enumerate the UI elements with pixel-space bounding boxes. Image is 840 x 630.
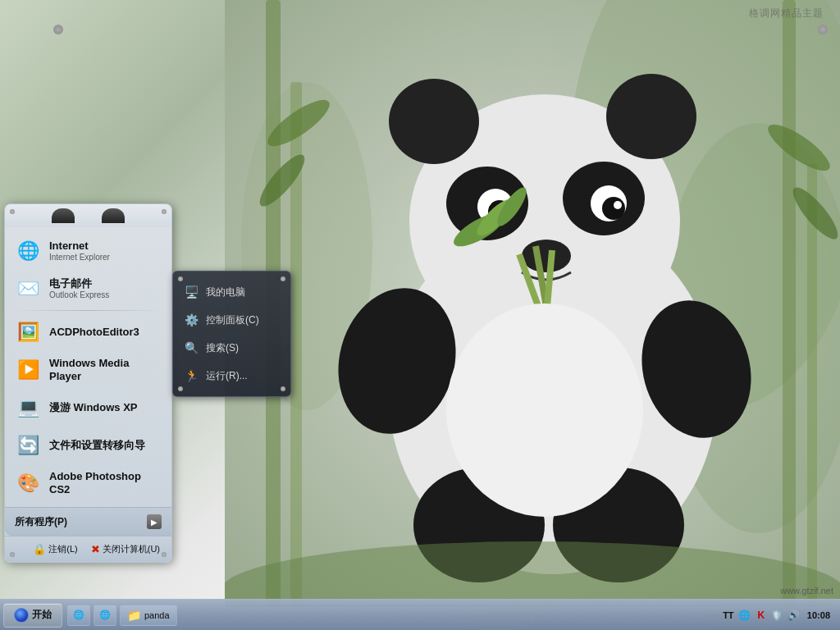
app-item-internet[interactable]: 🌐 Internet Internet Explorer — [5, 232, 171, 270]
svg-rect-30 — [783, 0, 796, 607]
svg-point-16 — [522, 240, 571, 272]
svg-point-27 — [446, 304, 643, 517]
right-item-search[interactable]: 🔍 搜索(S) — [173, 334, 290, 362]
svg-rect-31 — [807, 164, 817, 607]
right-screw-br — [281, 386, 285, 391]
start-button-label: 开始 — [32, 608, 52, 622]
frame-screw-tl — [53, 25, 63, 34]
start-menu-bottom-bar: 🔒 注销(L) ✖ 关闭计算机(U) — [5, 536, 171, 562]
app-info-migrate: 文件和设置转移向导 — [49, 439, 145, 452]
start-button[interactable]: 开始 — [3, 603, 62, 628]
app-item-browse[interactable]: 💻 漫游 Windows XP — [5, 389, 171, 427]
app-info-acd: ACDPhotoEditor3 — [49, 326, 139, 339]
right-item-my-computer[interactable]: 🖥️ 我的电脑 — [173, 278, 290, 306]
windows-orb-icon — [14, 608, 29, 623]
svg-point-6 — [389, 79, 479, 164]
screw-br — [162, 552, 167, 557]
app-item-photoshop[interactable]: 🎨 Adobe Photoshop CS2 — [5, 464, 171, 502]
svg-point-13 — [602, 197, 625, 220]
right-item-control-panel[interactable]: ⚙️ 控制面板(C) — [173, 306, 290, 334]
logout-button[interactable]: 🔒 注销(L) — [30, 541, 80, 557]
right-item-run[interactable]: 🏃 运行(R)... — [173, 362, 290, 390]
right-screw-tl — [178, 276, 183, 281]
frame-screw-tr — [818, 25, 828, 34]
app-icon-acd: 🖼️ — [13, 317, 43, 347]
app-info-internet: Internet Internet Explorer — [49, 240, 110, 262]
all-programs-label: 所有程序(P) — [15, 515, 67, 529]
taskbar-ie-icon[interactable]: 🌐 — [67, 605, 90, 626]
app-info-email: 电子邮件 Outlook Express — [49, 277, 109, 300]
system-tray: TT 🌐 K 🛡️ 🔊 10:08 — [715, 609, 840, 622]
my-computer-label: 我的电脑 — [206, 285, 245, 299]
control-panel-label: 控制面板(C) — [206, 313, 259, 327]
folder-label: panda — [144, 610, 170, 620]
svg-point-15 — [614, 201, 622, 209]
tray-k-icon[interactable]: K — [755, 609, 768, 622]
panda-wallpaper — [225, 0, 840, 607]
app-info-photoshop: Adobe Photoshop CS2 — [49, 470, 163, 495]
app-item-email[interactable]: ✉️ 电子邮件 Outlook Express — [5, 270, 171, 308]
apps-list: 🌐 Internet Internet Explorer ✉️ 电子邮件 Out… — [5, 227, 171, 507]
shutdown-icon: ✖ — [91, 543, 100, 555]
app-icon-internet: 🌐 — [13, 236, 43, 266]
screw-tl — [10, 209, 15, 214]
search-icon: 🔍 — [183, 340, 199, 356]
menu-bump-right — [102, 208, 125, 223]
lock-icon: 🔒 — [33, 543, 46, 555]
app-icon-migrate: 🔄 — [13, 431, 43, 460]
screw-bl — [10, 552, 15, 557]
app-item-wmp[interactable]: ▶️ Windows Media Player — [5, 351, 171, 389]
tray-volume-icon[interactable]: 🔊 — [788, 609, 801, 622]
start-menu-top-bar — [5, 204, 171, 227]
search-label: 搜索(S) — [206, 341, 239, 355]
run-label: 运行(R)... — [206, 369, 248, 383]
start-menu: 🌐 Internet Internet Explorer ✉️ 电子邮件 Out… — [4, 203, 172, 563]
tray-tt-text[interactable]: TT — [722, 609, 735, 622]
shutdown-label: 关闭计算机(U) — [103, 543, 160, 555]
system-clock: 10:08 — [804, 610, 833, 620]
app-info-browse: 漫游 Windows XP — [49, 401, 138, 414]
taskbar-ie-2-icon[interactable]: 🌐 — [94, 605, 116, 626]
right-screw-bl — [178, 386, 183, 391]
taskbar: 开始 🌐 🌐 📁 panda TT 🌐 K 🛡️ 🔊 10:08 — [0, 599, 840, 630]
computer-icon: 🖥️ — [183, 284, 199, 300]
screw-tr — [162, 209, 167, 214]
app-icon-email: ✉️ — [13, 274, 43, 304]
watermark-top: 格调网精品主题 — [749, 7, 824, 21]
app-icon-browse: 💻 — [13, 393, 43, 422]
logout-label: 注销(L) — [48, 543, 77, 555]
watermark-bottom: www.gtzif.net — [780, 586, 833, 596]
tray-ie-icon[interactable]: 🌐 — [738, 609, 751, 622]
taskbar-folder-item[interactable]: 📁 panda — [120, 605, 177, 626]
all-programs-arrow: ▶ — [147, 514, 162, 529]
app-info-wmp: Windows Media Player — [49, 357, 163, 382]
all-programs-button[interactable]: 所有程序(P) ▶ — [5, 507, 171, 536]
folder-icon: 📁 — [127, 609, 141, 622]
right-screw-tr — [281, 276, 285, 281]
menu-bump-left — [52, 208, 75, 223]
app-item-migrate[interactable]: 🔄 文件和设置转移向导 — [5, 427, 171, 464]
ie-icon: 🌐 — [73, 609, 84, 620]
tray-shield-icon[interactable]: 🛡️ — [771, 609, 784, 622]
shutdown-button[interactable]: ✖ 关闭计算机(U) — [88, 541, 163, 557]
app-item-acd[interactable]: 🖼️ ACDPhotoEditor3 — [5, 313, 171, 351]
app-icon-photoshop: 🎨 — [13, 468, 43, 498]
run-icon: 🏃 — [183, 368, 199, 384]
svg-point-7 — [606, 74, 696, 159]
control-panel-icon: ⚙️ — [183, 312, 199, 328]
ie-2-icon: 🌐 — [99, 609, 111, 620]
menu-divider-1 — [13, 310, 163, 311]
system-right-panel: 🖥️ 我的电脑 ⚙️ 控制面板(C) 🔍 搜索(S) 🏃 运行(R)... — [172, 271, 291, 397]
desktop: 格调网精品主题 🌐 Internet Internet Explorer ✉️ — [0, 0, 840, 630]
app-icon-wmp: ▶️ — [13, 355, 43, 385]
